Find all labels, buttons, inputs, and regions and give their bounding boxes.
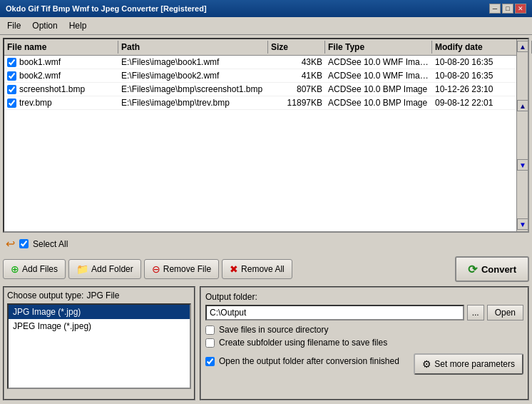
- table-row[interactable]: screenshot1.bmp E:\Files\image\bmp\scree…: [4, 83, 528, 96]
- file-path: E:\Files\image\book1.wmf: [118, 56, 268, 69]
- output-folder-title: Output folder:: [205, 292, 523, 302]
- select-all-checkbox[interactable]: [19, 239, 29, 248]
- toolbar: ⊕ Add Files 📁 Add Folder ⊖ Remove File ✖…: [3, 255, 529, 283]
- open-after-checkbox[interactable]: [205, 357, 215, 366]
- file-list-body: book1.wmf E:\Files\image\book1.wmf 43KB …: [4, 56, 528, 231]
- file-name: screenshot1.bmp: [19, 84, 85, 94]
- add-folder-button[interactable]: 📁 Add Folder: [68, 259, 141, 279]
- title-bar: Okdo Gif Tif Bmp Wmf to Jpeg Converter […: [0, 0, 532, 17]
- convert-button[interactable]: ⟳ Convert: [455, 256, 529, 282]
- file-date: 10-08-20 16:35: [432, 69, 528, 82]
- checkbox-open-after: Open the output folder after conversion …: [205, 356, 399, 366]
- scroll-buttons: ▲ ▲ ▼ ▼: [516, 39, 528, 231]
- output-list-item[interactable]: JPEG Image (*.jpeg): [9, 319, 190, 333]
- add-files-label: Add Files: [22, 264, 58, 274]
- file-name-cell: book1.wmf: [4, 56, 118, 69]
- menu-option[interactable]: Option: [28, 19, 61, 32]
- file-name-cell: book2.wmf: [4, 69, 118, 82]
- gear-icon: ⚙: [422, 358, 431, 370]
- save-source-checkbox[interactable]: [205, 325, 215, 335]
- convert-icon: ⟳: [468, 263, 477, 276]
- remove-all-button[interactable]: ✖ Remove All: [222, 259, 292, 279]
- output-type-label: Choose output type:: [7, 291, 83, 301]
- file-date: 10-08-20 16:35: [432, 56, 528, 69]
- file-list-header: File name Path Size File Type Modify dat…: [4, 39, 528, 56]
- table-row[interactable]: book1.wmf E:\Files\image\book1.wmf 43KB …: [4, 56, 528, 69]
- bottom-panel: Choose output type: JPG File JPG Image (…: [3, 286, 529, 400]
- output-type-panel: Choose output type: JPG File JPG Image (…: [3, 286, 195, 400]
- subfolder-label: Create subfolder using filename to save …: [219, 338, 387, 348]
- browse-button[interactable]: ...: [467, 305, 484, 320]
- file-checkbox-2[interactable]: [7, 85, 16, 94]
- header-path: Path: [118, 41, 268, 54]
- file-checkbox-1[interactable]: [7, 71, 16, 81]
- minimize-button[interactable]: ─: [489, 4, 501, 14]
- table-row[interactable]: trev.bmp E:\Files\image\bmp\trev.bmp 118…: [4, 96, 528, 110]
- add-folder-icon: 📁: [76, 263, 88, 275]
- output-type-title: Choose output type: JPG File: [7, 291, 191, 301]
- main-content: File name Path Size File Type Modify dat…: [0, 35, 532, 403]
- select-all-bar: ↩ Select All: [3, 236, 529, 252]
- file-type: ACDSee 10.0 BMP Image: [325, 96, 432, 109]
- output-folder-panel: Output folder: ... Open Save files in so…: [200, 286, 529, 400]
- file-checkbox-3[interactable]: [7, 99, 16, 108]
- remove-file-label: Remove File: [163, 264, 211, 274]
- select-all-label: Select All: [33, 239, 68, 249]
- file-name: book1.wmf: [19, 57, 61, 67]
- file-size: 807KB: [268, 83, 325, 96]
- file-path: E:\Files\image\bmp\trev.bmp: [118, 96, 268, 109]
- output-type-list: JPG Image (*.jpg)JPEG Image (*.jpeg): [7, 303, 191, 389]
- remove-file-icon: ⊖: [152, 263, 160, 275]
- window-title: Okdo Gif Tif Bmp Wmf to Jpeg Converter […: [6, 4, 207, 13]
- save-source-label: Save files in source directory: [219, 325, 328, 335]
- menu-bar: File Option Help: [0, 17, 532, 35]
- menu-help[interactable]: Help: [65, 19, 91, 32]
- add-folder-label: Add Folder: [91, 264, 133, 274]
- scroll-bottom-button[interactable]: ▼: [517, 218, 528, 230]
- remove-file-button[interactable]: ⊖ Remove File: [144, 259, 219, 279]
- file-name: book2.wmf: [19, 71, 61, 81]
- file-path: E:\Files\image\book2.wmf: [118, 69, 268, 82]
- file-name-cell: trev.bmp: [4, 96, 118, 109]
- file-name-cell: screenshot1.bmp: [4, 83, 118, 96]
- file-checkbox-0[interactable]: [7, 58, 16, 67]
- file-date: 10-12-26 23:10: [432, 83, 528, 96]
- remove-all-label: Remove All: [241, 264, 285, 274]
- file-path: E:\Files\image\bmp\screenshot1.bmp: [118, 83, 268, 96]
- subfolder-checkbox[interactable]: [205, 338, 215, 348]
- add-files-icon: ⊕: [11, 263, 19, 275]
- set-params-button[interactable]: ⚙ Set more parameters: [414, 353, 523, 375]
- checkbox-source-dir: Save files in source directory: [205, 325, 523, 335]
- convert-label: Convert: [481, 264, 516, 275]
- file-type: ACDSee 10.0 WMF Image: [325, 69, 432, 82]
- open-folder-button[interactable]: Open: [487, 305, 523, 320]
- scroll-down-button[interactable]: ▼: [517, 159, 528, 171]
- folder-row: ... Open: [205, 305, 523, 320]
- back-icon[interactable]: ↩: [6, 237, 15, 251]
- scroll-top-button[interactable]: ▲: [517, 41, 528, 52]
- output-type-current: JPG File: [86, 291, 119, 301]
- file-type: ACDSee 10.0 BMP Image: [325, 83, 432, 96]
- checkbox-subfolder: Create subfolder using filename to save …: [205, 338, 523, 348]
- file-size: 41KB: [268, 69, 325, 82]
- header-filetype: File Type: [325, 41, 432, 54]
- maximize-button[interactable]: □: [502, 4, 513, 14]
- table-row[interactable]: book2.wmf E:\Files\image\book2.wmf 41KB …: [4, 69, 528, 83]
- open-after-label: Open the output folder after conversion …: [219, 356, 399, 366]
- output-folder-input[interactable]: [205, 305, 464, 320]
- add-files-button[interactable]: ⊕ Add Files: [3, 259, 66, 279]
- file-size: 43KB: [268, 56, 325, 69]
- remove-all-icon: ✖: [230, 263, 238, 275]
- window-controls: ─ □ ✕: [489, 4, 526, 14]
- file-size: 11897KB: [268, 96, 325, 109]
- file-name: trev.bmp: [19, 98, 52, 108]
- file-date: 09-08-12 22:01: [432, 96, 528, 109]
- header-size: Size: [268, 41, 325, 54]
- header-filename: File name: [4, 41, 118, 54]
- file-type: ACDSee 10.0 WMF Image: [325, 56, 432, 69]
- close-button[interactable]: ✕: [515, 4, 526, 14]
- menu-file[interactable]: File: [3, 19, 25, 32]
- output-list-item[interactable]: JPG Image (*.jpg): [9, 305, 190, 319]
- scroll-up-button[interactable]: ▲: [517, 100, 528, 111]
- file-list-panel: File name Path Size File Type Modify dat…: [3, 38, 529, 233]
